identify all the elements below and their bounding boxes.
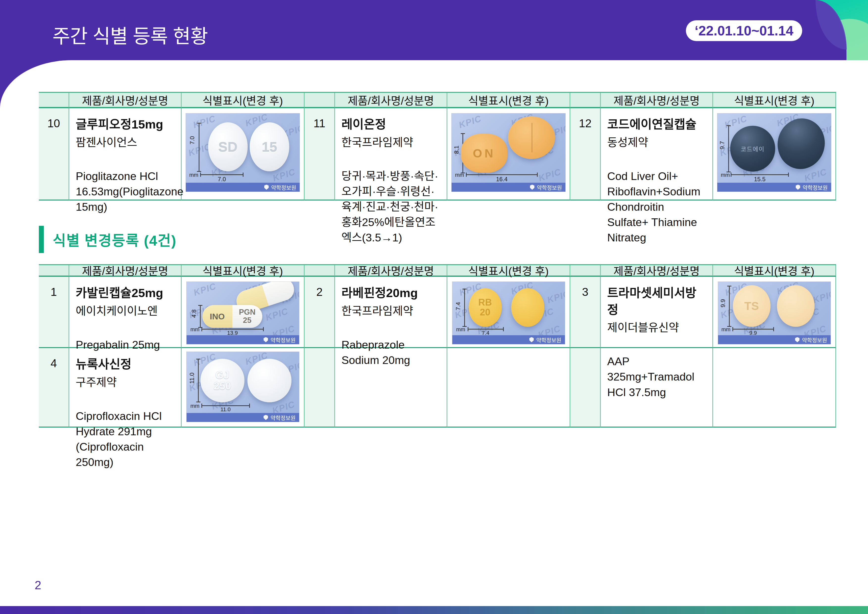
pill-imprint: 코드에이 (730, 126, 775, 172)
pill-imprint: SD (208, 122, 248, 171)
header-cell-blank (305, 93, 335, 108)
header-cell-marking: 식별표시(변경 후) (181, 93, 305, 108)
section-heading: 식별 변경등록 (4건) (39, 226, 177, 253)
pill (508, 117, 555, 159)
drug-info-cell: 뉴록사신정 구주제약 Ciprofloxacin HCl Hydrate 291… (69, 348, 181, 427)
vertical-measure-label: 11.0 (189, 373, 195, 384)
marking-cell: KPICKPICKPICKPICKPICKPICKPIC 8.1 ON mm 1… (447, 108, 570, 201)
marking-cell: KPICKPICKPICKPICKPICKPICKPIC 9.9 TS mm 9… (713, 277, 836, 348)
pill-photo-panel: KPICKPICKPICKPICKPICKPICKPIC 7.4 RB20 mm… (452, 282, 565, 344)
mm-unit-label: mm (721, 172, 730, 178)
header-cell-blank (570, 93, 601, 108)
pill-imprint: TS (733, 285, 770, 327)
vertical-measure-label: 9.7 (719, 141, 726, 149)
horizontal-measure-label: 15.5 (731, 176, 789, 183)
drug-info-cell: 카발린캡슐25mg 에이치케이이노엔 Pregabalin 25mg (69, 277, 181, 348)
source-label: 약학정보원 (536, 336, 561, 344)
drug-info-cell: 라베핀정20mg 한국프라임제약 Rabeprazole Sodium 20mg (335, 277, 447, 348)
empty-number-cell (570, 348, 601, 427)
drug-info-cell: 트라마셋세미서방정 제이더블유신약 AAP 325mg+Tramadol HCl… (601, 277, 713, 348)
row-number: 12 (570, 108, 601, 201)
pill-imprint: GJ250 (200, 359, 245, 402)
pill-photo-panel: KPICKPICKPICKPICKPICKPICKPIC 8.1 ON mm 1… (451, 113, 566, 192)
pill: TS (733, 285, 770, 327)
drug-info-cell: 코드에이연질캡슐 동성제약 Cod Liver Oil+ Riboflavin+… (601, 108, 713, 201)
header-cell-marking: 식별표시(변경 후) (181, 265, 305, 277)
header-cell-blank (570, 265, 601, 277)
header-cell-product: 제품/회사명/성분명 (601, 265, 713, 277)
pill-imprint: 15 (250, 122, 289, 171)
shield-icon (264, 337, 268, 342)
photo-source-bar: 약학정보원 (452, 335, 565, 344)
pill (248, 359, 291, 402)
pill: SD (208, 122, 248, 171)
horizontal-measure-label: 16.4 (466, 176, 538, 183)
row-number: 10 (39, 108, 69, 201)
section-title: 식별 변경등록 (4건) (53, 229, 177, 250)
marking-cell: KPICKPICKPICKPICKPICKPICKPIC 7.0 SD 15 m… (181, 108, 305, 201)
header-cell-blank (305, 265, 335, 277)
company-name: 동성제약 (607, 135, 706, 150)
pill: ON (461, 134, 507, 173)
product-name: 라베핀정20mg (341, 285, 440, 302)
photo-source-bar: 약학정보원 (718, 335, 831, 344)
empty-cell (601, 348, 713, 427)
header-cell-product: 제품/회사명/성분명 (601, 93, 713, 108)
company-name: 에이치케이이노엔 (76, 303, 174, 319)
page-title: 주간 식별 등록 현황 (53, 21, 208, 48)
product-name: 코드에이연질캡슐 (607, 116, 706, 133)
row-number: 3 (570, 277, 601, 348)
header-cell-blank (39, 265, 69, 277)
vertical-measure-label: 8.1 (453, 146, 460, 154)
header-cell-marking: 식별표시(변경 후) (713, 93, 836, 108)
ingredient-text: Ciprofloxacin HCl Hydrate 291mg (Ciprofl… (76, 409, 174, 470)
table-weekly-registrations: 제품/회사명/성분명 식별표시(변경 후) 제품/회사명/성분명 식별표시(변경… (39, 92, 836, 201)
ingredient-text: Cod Liver Oil+ Riboflavin+Sodium Chondro… (607, 169, 706, 246)
mm-unit-label: mm (456, 326, 465, 333)
company-name: 한국프라임제약 (341, 135, 440, 150)
source-label: 약학정보원 (270, 413, 295, 421)
vertical-measure-label: 7.0 (189, 136, 196, 145)
photo-source-bar: 약학정보원 (186, 335, 299, 344)
product-name: 카발린캡슐25mg (76, 285, 174, 302)
pill-imprint: PGN25 (232, 305, 262, 328)
row-number: 1 (39, 277, 69, 348)
page-number: 2 (35, 578, 41, 592)
row-number: 2 (305, 277, 335, 348)
source-label: 약학정보원 (270, 336, 295, 344)
company-name: 한국프라임제약 (341, 303, 440, 319)
mm-unit-label: mm (722, 326, 731, 333)
marking-cell: KPICKPICKPICKPICKPICKPICKPIC 4.8 INO PGN… (181, 277, 305, 348)
table-marking-changes: 제품/회사명/성분명 식별표시(변경 후) 제품/회사명/성분명 식별표시(변경… (39, 264, 836, 427)
shield-icon (530, 185, 535, 190)
company-name: 팜젠사이언스 (76, 135, 174, 150)
empty-cell (447, 348, 570, 427)
pill-photo-panel: KPICKPICKPICKPICKPICKPICKPIC 9.9 TS mm 9… (718, 282, 831, 344)
source-label: 약학정보원 (802, 336, 827, 344)
header-cell-product: 제품/회사명/성분명 (335, 265, 447, 277)
shield-icon (796, 185, 800, 190)
pill-imprint: ON (461, 134, 507, 173)
pill (511, 288, 544, 327)
mm-unit-label: mm (189, 172, 198, 178)
shield-icon (795, 337, 800, 342)
pill-photo-panel: KPICKPICKPICKPICKPICKPICKPIC 11.0 GJ250 … (186, 352, 299, 422)
score-line (532, 123, 532, 152)
header-cell-product: 제품/회사명/성분명 (69, 93, 181, 108)
pill-photo-panel: KPICKPICKPICKPICKPICKPICKPIC 7.0 SD 15 m… (186, 113, 300, 192)
pill (777, 285, 815, 327)
product-name: 글루피오정15mg (76, 116, 174, 133)
header-cell-marking: 식별표시(변경 후) (447, 93, 570, 108)
date-badge: ‘22.01.10~01.14 (686, 20, 802, 41)
horizontal-measure-label: 7.0 (200, 176, 243, 183)
pill: GJ250 (200, 359, 245, 402)
pill-photo-panel: KPICKPICKPICKPICKPICKPICKPIC 4.8 INO PGN… (186, 282, 299, 344)
product-name: 레이온정 (341, 116, 440, 133)
marking-cell: KPICKPICKPICKPICKPICKPICKPIC 11.0 GJ250 … (181, 348, 305, 427)
mm-unit-label: mm (191, 326, 200, 333)
empty-number-cell (305, 348, 335, 427)
photo-source-bar: 약학정보원 (451, 183, 566, 192)
header-cell-marking: 식별표시(변경 후) (713, 265, 836, 277)
horizontal-measure-label: 11.0 (202, 406, 250, 413)
vertical-measure-label: 9.9 (719, 299, 727, 307)
